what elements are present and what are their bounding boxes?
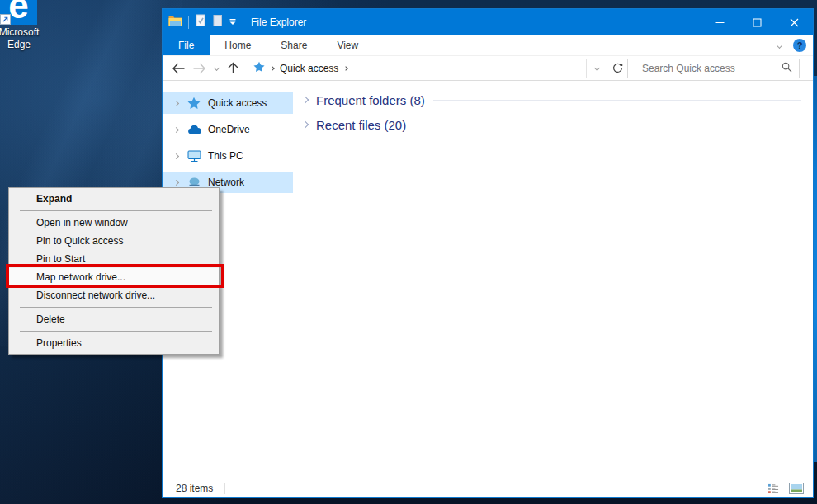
menu-item-delete[interactable]: Delete [9,310,219,328]
edge-shortcut[interactable]: e [0,0,37,25]
customize-toolbar-icon[interactable] [229,15,237,30]
expand-ribbon-chevron-icon[interactable] [777,42,782,48]
thumbnail-view-icon[interactable] [788,481,805,496]
group-divider [414,125,801,125]
quick-access-star-icon [187,97,201,110]
menu-separator [20,331,212,332]
tab-share[interactable]: Share [266,35,322,55]
back-button[interactable] [168,58,189,79]
status-bar: 28 items [163,478,813,497]
file-explorer-window: File Explorer File Home Share View [162,8,814,498]
forward-button[interactable] [189,58,210,79]
sidebar-item-onedrive[interactable]: OneDrive [163,119,293,140]
content-pane: Frequent folders (8) Recent files (20) [293,81,813,478]
menu-item-properties[interactable]: Properties [9,334,219,352]
navigation-bar: Quick access [163,56,813,81]
window-controls [701,9,813,35]
new-folder-icon[interactable] [212,14,223,31]
details-view-icon[interactable] [765,481,782,496]
up-button[interactable] [222,58,243,79]
tab-file[interactable]: File [163,35,210,55]
close-button[interactable] [776,9,813,35]
address-dropdown-chevron-icon[interactable] [586,59,607,78]
titlebar[interactable]: File Explorer [163,9,813,35]
quick-access-star-icon [253,61,265,75]
group-frequent-folders[interactable]: Frequent folders (8) [301,87,803,112]
toolbar-separator [243,16,243,29]
menu-separator [20,210,212,211]
group-divider [433,100,801,101]
search-box[interactable] [635,59,800,78]
address-bar[interactable]: Quick access [248,59,628,78]
breadcrumb-root[interactable]: Quick access [280,63,338,74]
ribbon-tab-bar: File Home Share View ? [163,35,813,56]
tab-view[interactable]: View [322,35,373,55]
menu-separator [20,307,212,308]
expander-chevron-icon[interactable] [172,126,178,132]
minimize-button[interactable] [701,9,739,35]
menu-item-disconnect-network-drive[interactable]: Disconnect network drive... [9,286,219,304]
annotation-highlight-box [6,264,224,288]
menu-item-expand[interactable]: Expand [9,190,219,208]
menu-item-open-in-new-window[interactable]: Open in new window [9,214,219,232]
toolbar-separator [188,16,189,29]
network-icon [187,177,201,188]
group-chevron-icon[interactable] [302,121,309,128]
explorer-folder-icon [168,15,182,30]
edge-shortcut-label[interactable]: Microsoft Edge [0,26,45,51]
sidebar-item-quick-access[interactable]: Quick access [163,92,293,114]
recent-locations-chevron-icon[interactable] [210,58,222,79]
refresh-icon[interactable] [607,59,627,78]
maximize-button[interactable] [739,9,776,35]
search-input[interactable] [642,63,782,74]
status-separator [224,483,225,494]
shortcut-arrow-icon [0,14,11,25]
this-pc-monitor-icon [187,150,201,163]
menu-item-pin-to-quick-access[interactable]: Pin to Quick access [9,232,219,250]
onedrive-cloud-icon [187,125,201,134]
desktop: e Microsoft Edge [0,0,817,504]
search-icon[interactable] [782,61,792,76]
help-icon[interactable]: ? [793,39,806,52]
tab-home[interactable]: Home [210,35,266,55]
item-count: 28 items [176,483,213,494]
quick-access-toolbar [163,14,243,31]
sidebar-item-this-pc[interactable]: This PC [163,145,293,167]
window-title: File Explorer [251,16,306,28]
properties-icon[interactable] [195,14,206,31]
group-chevron-icon[interactable] [302,97,309,103]
expander-chevron-icon[interactable] [172,100,178,106]
expander-chevron-icon[interactable] [172,153,178,158]
expander-chevron-icon[interactable] [172,179,178,185]
group-recent-files[interactable]: Recent files (20) [301,112,803,137]
breadcrumb-chevron-icon[interactable] [270,66,275,71]
breadcrumb[interactable]: Quick access [248,61,586,75]
breadcrumb-chevron-icon[interactable] [344,66,349,71]
